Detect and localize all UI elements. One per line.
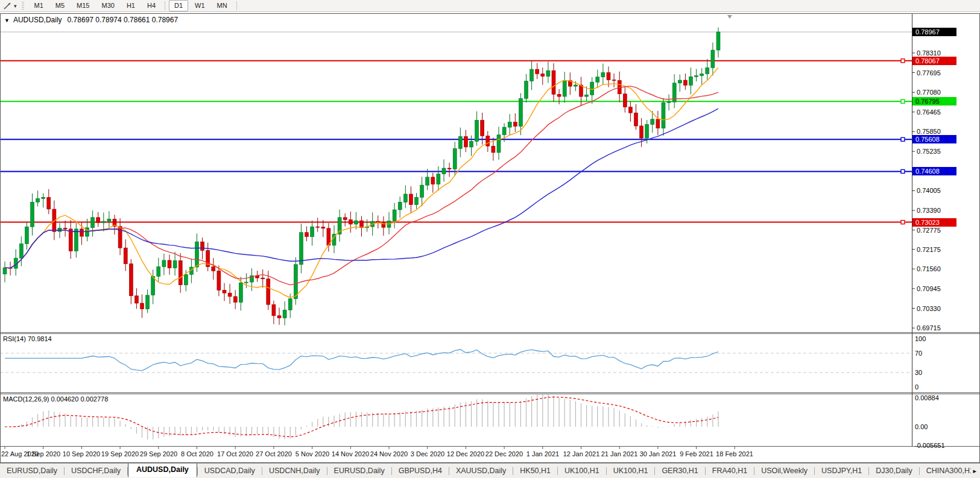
macd-axis-label: -0.005651 bbox=[915, 442, 945, 449]
tab-fra40-h1[interactable]: FRA40,H1 bbox=[706, 465, 754, 477]
tabs-scroll-right-icon[interactable]: ▸ bbox=[971, 467, 978, 475]
timeframe-button-m30[interactable]: M30 bbox=[96, 0, 120, 11]
timeframe-button-m15[interactable]: M15 bbox=[71, 0, 95, 11]
tab-audusd-daily[interactable]: AUDUSD,Daily bbox=[128, 463, 197, 477]
price-axis-tick-label: 0.75235 bbox=[917, 148, 941, 155]
chart-window[interactable]: ▼AUDUSD,Daily0.78697 0.78974 0.78661 0.7… bbox=[0, 12, 980, 463]
price-axis-tick-label: 0.76465 bbox=[917, 108, 941, 116]
date-axis-label: 1 Jan 2021 bbox=[526, 450, 559, 458]
timeframe-button-h1[interactable]: H1 bbox=[121, 0, 141, 11]
tab-ger30-h1[interactable]: GER30,H1 bbox=[655, 465, 704, 477]
toolbar-grip[interactable] bbox=[22, 2, 24, 10]
timeframe-button-d1[interactable]: D1 bbox=[169, 0, 188, 11]
level-line-handle[interactable] bbox=[901, 221, 905, 224]
timeframe-button-mn[interactable]: MN bbox=[212, 0, 233, 11]
symbol-dropdown-icon[interactable]: ▼ bbox=[4, 17, 10, 24]
date-axis-label: 14 Nov 2020 bbox=[332, 450, 369, 458]
macd-pane bbox=[5, 394, 718, 439]
date-axis-label: 8 Oct 2020 bbox=[181, 450, 213, 458]
level-line-handle[interactable] bbox=[901, 99, 905, 103]
rsi-pane bbox=[0, 350, 912, 373]
level-price-box[interactable]: 0.74608 bbox=[912, 167, 956, 175]
macd-indicator-label: MACD(12,26,9) 0.004620 0.002778 bbox=[3, 395, 108, 403]
candlesticks bbox=[3, 27, 720, 325]
caret-down-icon: ▾ bbox=[14, 3, 17, 9]
price-axis-tick-label: 0.77695 bbox=[917, 69, 941, 77]
tab-usdchf-daily[interactable]: USDCHF,Daily bbox=[65, 465, 127, 477]
tab-hk50-h1[interactable]: HK50,H1 bbox=[513, 465, 557, 477]
tab-usdcad-daily[interactable]: USDCAD,Daily bbox=[198, 465, 262, 477]
chart-shift-marker[interactable] bbox=[727, 15, 732, 19]
pane-borders bbox=[0, 14, 980, 463]
price-axis-tick-label: 0.77080 bbox=[917, 89, 941, 96]
slow-ma-line bbox=[5, 108, 718, 268]
crosshair-tool-button[interactable]: ▾ bbox=[0, 1, 19, 11]
timeframe-button-m5[interactable]: M5 bbox=[50, 0, 70, 11]
date-axis-label: 12 Jan 2021 bbox=[563, 450, 600, 458]
macd-axis-label: 0.00884 bbox=[915, 394, 939, 401]
tab-eurusd-daily[interactable]: EURUSD,Daily bbox=[0, 465, 64, 477]
chart-canvas bbox=[0, 12, 980, 463]
date-axis-label: 21 Jan 2021 bbox=[601, 450, 638, 458]
toolbar-separator bbox=[165, 1, 165, 10]
date-axis-label: 3 Dec 2020 bbox=[411, 450, 444, 458]
tab-usoil-weekly[interactable]: USOil,Weekly bbox=[754, 465, 814, 477]
date-axis-label: 17 Oct 2020 bbox=[217, 450, 253, 458]
rsi-axis-label: 70 bbox=[915, 350, 922, 357]
rsi-indicator-label: RSI(14) 70.9814 bbox=[3, 335, 52, 342]
date-axis-label: 27 Oct 2020 bbox=[256, 450, 292, 458]
date-axis-label: 29 Sep 2020 bbox=[140, 450, 177, 458]
rsi-line bbox=[5, 350, 718, 371]
tab-eurusd-daily[interactable]: EURUSD,Daily bbox=[327, 465, 391, 477]
date-axis-label: 9 Feb 2021 bbox=[680, 450, 713, 458]
tab-uk100-h1[interactable]: UK100,H1 bbox=[607, 465, 655, 477]
date-axis-label: 22 Dec 2020 bbox=[485, 450, 523, 458]
mid-ma-line bbox=[5, 86, 718, 285]
level-price-box[interactable]: 0.78067 bbox=[912, 57, 956, 65]
tab-usdcnh-daily[interactable]: USDCNH,Daily bbox=[262, 465, 327, 477]
date-axis-label: 24 Nov 2020 bbox=[370, 450, 408, 458]
tab-xauusd-daily[interactable]: XAUUSD,Daily bbox=[449, 465, 513, 477]
price-axis-tick-label: 0.74005 bbox=[917, 187, 941, 194]
level-price-box[interactable]: 0.75608 bbox=[912, 135, 956, 143]
rsi-axis-label: 0 bbox=[915, 383, 918, 391]
level-price-box[interactable]: 0.73023 bbox=[912, 218, 956, 227]
level-line-handle[interactable] bbox=[901, 169, 905, 173]
timeframe-button-m1[interactable]: M1 bbox=[29, 0, 49, 11]
crosshair-icon bbox=[2, 1, 12, 11]
timeframe-button-w1[interactable]: W1 bbox=[189, 0, 210, 11]
price-axis-tick-label: 0.73390 bbox=[917, 207, 941, 214]
price-axis-tick-label: 0.70945 bbox=[917, 285, 941, 292]
date-axis-label: 5 Nov 2020 bbox=[296, 450, 329, 458]
price-axis-tick-label: 0.70330 bbox=[917, 305, 941, 312]
symbol-tabbar: EURUSD,DailyUSDCHF,DailyAUDUSD,DailyUSDC… bbox=[0, 463, 980, 478]
timeframe-buttons: M1M5M15M30H1H4D1W1MN bbox=[28, 0, 240, 11]
price-axis-tick-label: 0.78310 bbox=[917, 49, 941, 57]
date-axis-label: 1 Sep 2020 bbox=[27, 450, 60, 458]
date-axis-label: 18 Feb 2021 bbox=[716, 450, 753, 458]
tab-dj30-daily[interactable]: DJ30,Daily bbox=[869, 465, 918, 477]
timeframe-toolbar: ▾ M1M5M15M30H1H4D1W1MN bbox=[0, 0, 980, 12]
toolbar-separator bbox=[236, 1, 237, 10]
mt4-window: ▾ M1M5M15M30H1H4D1W1MN ▼AUDUSD,Daily0.78… bbox=[0, 0, 980, 478]
level-line-handle[interactable] bbox=[901, 59, 905, 63]
chart-symbol-period: AUDUSD,Daily bbox=[13, 16, 62, 24]
price-axis-tick-label: 0.72775 bbox=[917, 227, 941, 234]
chart-title: ▼AUDUSD,Daily0.78697 0.78974 0.78661 0.7… bbox=[4, 16, 178, 24]
level-line-handle[interactable] bbox=[901, 137, 905, 141]
date-axis-label: 30 Jan 2021 bbox=[640, 450, 677, 458]
tab-uk100-h1[interactable]: UK100,H1 bbox=[558, 465, 606, 477]
rsi-axis-label: 100 bbox=[915, 335, 926, 342]
date-axis-label: 12 Dec 2020 bbox=[447, 450, 484, 458]
level-price-box[interactable]: 0.76795 bbox=[912, 97, 956, 105]
price-pane bbox=[0, 15, 912, 325]
tab-gbpusd-h4[interactable]: GBPUSD,H4 bbox=[392, 465, 449, 477]
date-axis-label: 19 Sep 2020 bbox=[101, 450, 139, 458]
macd-axis-label: 0.00 bbox=[915, 423, 928, 430]
price-axis-tick-label: 0.75850 bbox=[917, 128, 941, 135]
date-axis-label: 10 Sep 2020 bbox=[63, 450, 100, 458]
current-price-box: 0.78967 bbox=[912, 28, 956, 36]
rsi-axis-label: 30 bbox=[915, 369, 922, 376]
timeframe-button-h4[interactable]: H4 bbox=[142, 0, 161, 11]
tab-usdjpy-h1[interactable]: USDJPY,H1 bbox=[815, 465, 868, 477]
